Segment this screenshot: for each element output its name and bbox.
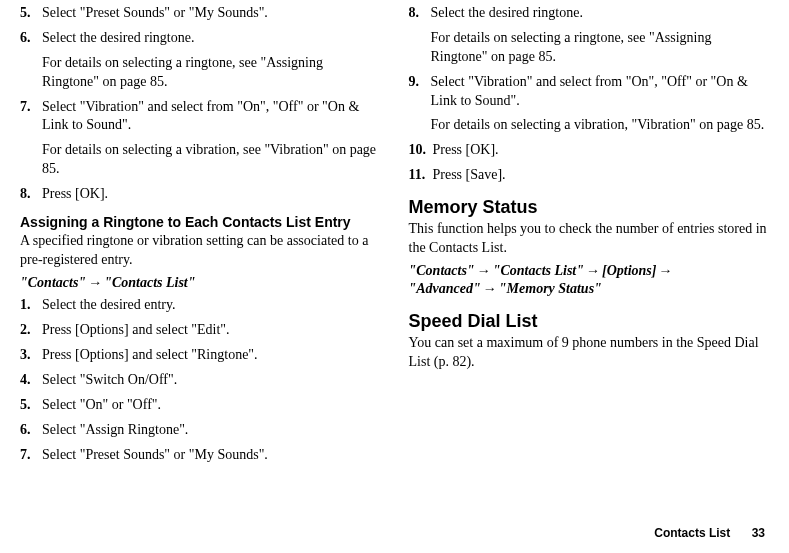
section-heading-memory-status: Memory Status [409, 197, 770, 219]
section-heading-speed-dial-list: Speed Dial List [409, 311, 770, 333]
section-heading-assign-ringtone: Assigning a Ringtone to Each Contacts Li… [20, 214, 381, 231]
path-segment: "Contacts" [20, 275, 86, 290]
list-item: 3. Press [Options] and select "Ringtone"… [20, 346, 381, 365]
item-number: 5. [20, 4, 42, 23]
item-detail: For details on selecting a vibration, "V… [431, 116, 770, 135]
item-text: Select "Assign Ringtone". [42, 421, 381, 440]
list-item: 8. Press [OK]. [20, 185, 381, 204]
item-text: Press [Save]. [433, 166, 770, 185]
arrow-icon: → [584, 263, 602, 278]
navigation-path: "Contacts"→"Contacts List"→[Options]→"Ad… [409, 262, 770, 300]
path-segment: "Contacts List" [104, 275, 195, 290]
list-item: 1. Select the desired entry. [20, 296, 381, 315]
item-text: Select "On" or "Off". [42, 396, 381, 415]
item-detail: For details on selecting a ringtone, see… [431, 29, 770, 67]
item-number: 3. [20, 346, 42, 365]
item-number: 11. [409, 166, 433, 185]
item-number: 10. [409, 141, 433, 160]
list-item: 2. Press [Options] and select "Edit". [20, 321, 381, 340]
item-text: Press [Options] and select "Edit". [42, 321, 381, 340]
item-text: Select the desired ringtone. [42, 29, 381, 48]
list-item: 5. Select "On" or "Off". [20, 396, 381, 415]
path-segment: "Contacts List" [493, 263, 584, 278]
path-segment: "Contacts" [409, 263, 475, 278]
item-number: 2. [20, 321, 42, 340]
list-item: 7. Select "Preset Sounds" or "My Sounds"… [20, 446, 381, 465]
list-item: 11. Press [Save]. [409, 166, 770, 185]
item-text: Press [OK]. [433, 141, 770, 160]
page-content: 5. Select "Preset Sounds" or "My Sounds"… [0, 0, 789, 471]
path-segment: [Options] [602, 263, 656, 278]
list-item: 4. Select "Switch On/Off". [20, 371, 381, 390]
list-item: 5. Select "Preset Sounds" or "My Sounds"… [20, 4, 381, 23]
item-number: 8. [20, 185, 42, 204]
list-item: 6. Select the desired ringtone. [20, 29, 381, 48]
path-segment: "Advanced" [409, 281, 481, 296]
list-item: 6. Select "Assign Ringtone". [20, 421, 381, 440]
left-column: 5. Select "Preset Sounds" or "My Sounds"… [20, 4, 381, 471]
item-text: Select the desired ringtone. [431, 4, 770, 23]
item-text: Press [Options] and select "Ringtone". [42, 346, 381, 365]
item-number: 6. [20, 421, 42, 440]
path-segment: "Memory Status" [499, 281, 602, 296]
item-number: 5. [20, 396, 42, 415]
item-number: 7. [20, 98, 42, 136]
item-number: 7. [20, 446, 42, 465]
page-number: 33 [752, 526, 765, 540]
item-number: 8. [409, 4, 431, 23]
arrow-icon: → [86, 275, 104, 290]
right-column: 8. Select the desired ringtone. For deta… [409, 4, 770, 471]
list-item: 7. Select "Vibration" and select from "O… [20, 98, 381, 136]
navigation-path: "Contacts"→"Contacts List" [20, 274, 381, 293]
item-number: 4. [20, 371, 42, 390]
item-text: Select the desired entry. [42, 296, 381, 315]
item-number: 9. [409, 73, 431, 111]
section-description: You can set a maximum of 9 phone numbers… [409, 334, 770, 372]
section-description: This function helps you to check the num… [409, 220, 770, 258]
item-detail: For details on selecting a ringtone, see… [42, 54, 381, 92]
item-number: 1. [20, 296, 42, 315]
item-text: Select "Preset Sounds" or "My Sounds". [42, 446, 381, 465]
item-text: Press [OK]. [42, 185, 381, 204]
item-number: 6. [20, 29, 42, 48]
section-description: A specified ringtone or vibration settin… [20, 232, 381, 270]
item-text: Select "Vibration" and select from "On",… [42, 98, 381, 136]
arrow-icon: → [656, 263, 674, 278]
list-item: 9. Select "Vibration" and select from "O… [409, 73, 770, 111]
footer-label: Contacts List [654, 526, 730, 540]
item-text: Select "Preset Sounds" or "My Sounds". [42, 4, 381, 23]
list-item: 10. Press [OK]. [409, 141, 770, 160]
item-text: Select "Switch On/Off". [42, 371, 381, 390]
item-text: Select "Vibration" and select from "On",… [431, 73, 770, 111]
page-footer: Contacts List 33 [654, 525, 765, 541]
arrow-icon: → [475, 263, 493, 278]
list-item: 8. Select the desired ringtone. [409, 4, 770, 23]
arrow-icon: → [481, 281, 499, 296]
item-detail: For details on selecting a vibration, se… [42, 141, 381, 179]
